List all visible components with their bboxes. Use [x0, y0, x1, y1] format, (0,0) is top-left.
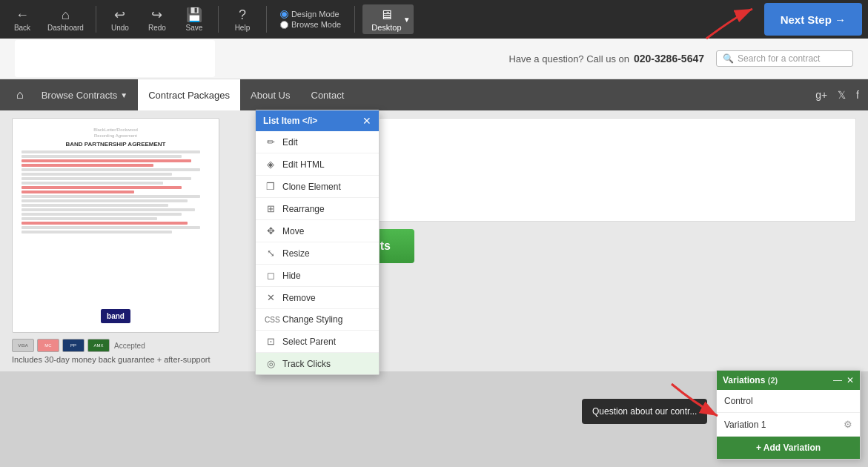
logo-placeholder	[15, 40, 215, 77]
browse-mode-option[interactable]: Browse Mode	[280, 20, 341, 29]
redo-button[interactable]: ↪ Redo	[141, 3, 173, 36]
context-menu: List Item </i> ✕ ✏ Edit ◈ Edit HTML ❒ Cl…	[255, 110, 380, 375]
mode-selector: Design Mode Browse Mode	[280, 10, 341, 29]
menu-item-rearrange[interactable]: ⊞ Rearrange	[256, 198, 379, 220]
variations-header: Variations (2) — ✕	[717, 371, 860, 390]
desktop-icon: 🖥	[380, 7, 393, 23]
variation-gear-icon[interactable]: ⚙	[844, 419, 852, 430]
design-mode-option[interactable]: Design Mode	[280, 10, 341, 19]
styling-icon: CSS	[265, 316, 276, 324]
variations-title: Variations (2)	[723, 375, 778, 385]
menu-item-edit[interactable]: ✏ Edit	[256, 131, 379, 153]
menu-item-track-clicks[interactable]: ◎ Track Clicks	[256, 353, 379, 374]
variation-item-1[interactable]: Variation 1 ⚙	[717, 413, 860, 437]
menu-item-change-styling[interactable]: CSS Change Styling	[256, 309, 379, 331]
dashboard-icon: ⌂	[62, 7, 70, 23]
menu-item-move[interactable]: ✥ Move	[256, 220, 379, 242]
sub-header: Have a question? Call us on 020-3286-564…	[0, 39, 868, 79]
menu-item-remove[interactable]: ✕ Remove	[256, 287, 379, 309]
payment-icons: VISA MC PP AMX	[12, 339, 110, 352]
call-text: Have a question? Call us on	[508, 53, 629, 64]
track-clicks-icon: ◎	[265, 358, 276, 369]
nav-item-contact[interactable]: Contact	[301, 79, 355, 110]
add-variation-button[interactable]: + Add Variation	[717, 437, 860, 459]
clone-icon: ❒	[265, 181, 276, 192]
hide-icon: ◻	[265, 270, 276, 281]
top-toolbar: ← Back ⌂ Dashboard ↩ Undo ↪ Redo 💾 Save …	[0, 0, 868, 39]
undo-icon: ↩	[114, 7, 125, 23]
nav-home-icon[interactable]: ⌂	[9, 88, 31, 102]
variations-panel: Variations (2) — ✕ Control Variation 1 ⚙…	[716, 370, 861, 460]
variations-minimize-button[interactable]: —	[833, 375, 842, 385]
back-icon: ←	[16, 7, 29, 23]
toolbar-separator-2	[218, 6, 219, 33]
contract-lines	[21, 150, 210, 234]
paypal-icon: PP	[62, 339, 85, 352]
menu-item-select-parent[interactable]: ⊡ Select Parent	[256, 331, 379, 353]
accepted-text: Accepted	[114, 342, 145, 350]
next-step-button[interactable]: Next Step →	[764, 3, 862, 36]
nav-item-about[interactable]: About Us	[240, 79, 300, 110]
edit-icon: ✏	[265, 136, 276, 148]
device-dropdown-arrow: ▼	[403, 16, 411, 24]
nav-item-browse-contracts[interactable]: Browse Contracts ▼	[31, 79, 139, 110]
guarantee-text: Includes 30-day money back guarantee + a…	[12, 355, 256, 364]
visa-icon: VISA	[12, 339, 34, 352]
search-container: 🔍 Search for a contract	[716, 50, 853, 67]
move-icon: ✥	[265, 225, 276, 236]
rearrange-icon: ⊞	[265, 203, 276, 214]
variations-actions: — ✕	[833, 375, 854, 385]
amex-icon: AMX	[87, 339, 110, 352]
toolbar-separator-3	[266, 6, 267, 33]
variations-count: (2)	[768, 376, 778, 385]
call-number: 020-3286-5647	[634, 53, 704, 64]
question-tooltip: Question about our contr...	[582, 399, 707, 424]
variation-item-control[interactable]: Control	[717, 390, 860, 413]
browse-contracts-caret: ▼	[120, 91, 127, 99]
redo-icon: ↪	[151, 7, 162, 23]
nav-item-contract-packages[interactable]: Contract Packages	[138, 79, 240, 110]
social-links: g+ 𝕏 f	[815, 89, 859, 101]
save-button[interactable]: 💾 Save	[178, 3, 211, 36]
remove-icon: ✕	[265, 292, 276, 303]
contract-title: BAND PARTNERSHIP AGREEMENT	[21, 141, 210, 148]
resize-icon: ⤡	[265, 248, 276, 259]
context-menu-header: List Item </i> ✕	[256, 110, 379, 131]
contract-image: BlackLetter/Rockwood Recording Agreement…	[12, 118, 219, 333]
google-plus-icon[interactable]: g+	[815, 89, 827, 101]
search-placeholder: Search for a contract	[738, 53, 820, 64]
context-menu-title: List Item </i>	[263, 116, 317, 126]
menu-item-hide[interactable]: ◻ Hide	[256, 265, 379, 287]
help-icon: ?	[239, 7, 246, 23]
undo-button[interactable]: ↩ Undo	[104, 3, 136, 36]
edit-html-icon: ◈	[265, 159, 276, 170]
design-mode-radio[interactable]	[280, 10, 288, 19]
facebook-icon[interactable]: f	[856, 89, 859, 101]
dashboard-button[interactable]: ⌂ Dashboard	[43, 3, 88, 36]
back-button[interactable]: ← Back	[6, 3, 39, 36]
variations-close-button[interactable]: ✕	[847, 375, 854, 385]
select-parent-icon: ⊡	[265, 336, 276, 347]
twitter-icon[interactable]: 𝕏	[838, 89, 846, 101]
main-content: BlackLetter/Rockwood Recording Agreement…	[0, 110, 868, 371]
search-box[interactable]: 🔍 Search for a contract	[716, 50, 853, 67]
menu-item-clone[interactable]: ❒ Clone Element	[256, 176, 379, 198]
search-icon: 🔍	[723, 53, 734, 64]
content-row: BlackLetter/Rockwood Recording Agreement…	[12, 118, 856, 364]
help-button[interactable]: ? Help	[226, 3, 259, 36]
toolbar-separator	[96, 6, 96, 33]
browse-mode-radio[interactable]	[280, 21, 288, 29]
save-icon: 💾	[186, 7, 202, 23]
menu-item-edit-html[interactable]: ◈ Edit HTML	[256, 153, 379, 176]
left-panel: BlackLetter/Rockwood Recording Agreement…	[12, 118, 256, 364]
toolbar-separator-4	[354, 6, 355, 33]
menu-item-resize[interactable]: ⤡ Resize	[256, 242, 379, 265]
device-selector[interactable]: 🖥 Desktop ▼	[362, 4, 413, 34]
nav-bar: ⌂ Browse Contracts ▼ Contract Packages A…	[0, 79, 868, 110]
contract-logo: band	[21, 303, 210, 323]
mastercard-icon: MC	[37, 339, 59, 352]
payment-row: VISA MC PP AMX Accepted	[12, 339, 256, 352]
context-menu-close-button[interactable]: ✕	[362, 115, 371, 127]
